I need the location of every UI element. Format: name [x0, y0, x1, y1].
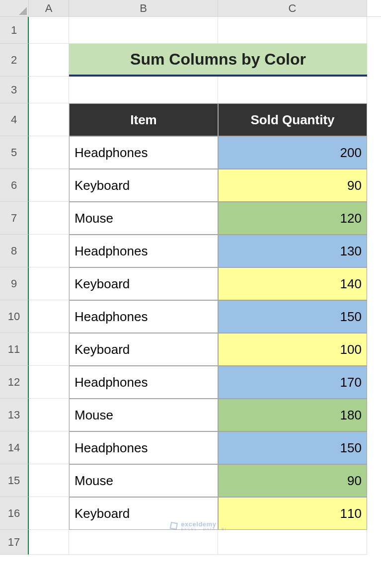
cell-C17[interactable] [218, 530, 367, 555]
cell-qty[interactable]: 180 [218, 399, 367, 431]
cell-A3[interactable] [29, 77, 69, 103]
cell-A11[interactable] [29, 333, 69, 366]
cell-item[interactable]: Headphones [69, 300, 218, 333]
row-header-9[interactable]: 9 [0, 267, 29, 300]
column-header-A[interactable]: A [29, 0, 69, 16]
cell-item[interactable]: Mouse [69, 202, 218, 235]
row-header-6[interactable]: 6 [0, 169, 29, 202]
row-header-12[interactable]: 12 [0, 366, 29, 399]
row-header-8[interactable]: 8 [0, 235, 29, 267]
cell-A10[interactable] [29, 300, 69, 333]
row-header-15[interactable]: 15 [0, 464, 29, 497]
cell-qty[interactable]: 100 [218, 333, 367, 366]
watermark-name: exceldemy [181, 520, 216, 528]
select-all-icon [19, 7, 27, 15]
cell-B3[interactable] [69, 77, 218, 103]
cell-qty[interactable]: 140 [218, 267, 367, 300]
watermark: exceldemy EXCEL · DATA · BI [169, 521, 227, 531]
row-header-11[interactable]: 11 [0, 333, 29, 366]
header-item[interactable]: Item [69, 103, 218, 136]
cell-A6[interactable] [29, 169, 69, 202]
cell-B17[interactable] [69, 530, 218, 555]
cell-qty[interactable]: 90 [218, 464, 367, 497]
svg-marker-0 [19, 7, 27, 15]
cell-item[interactable]: Keyboard [69, 333, 218, 366]
row-header-16[interactable]: 16 [0, 497, 29, 530]
row-header-10[interactable]: 10 [0, 300, 29, 333]
cell-qty[interactable]: 150 [218, 300, 367, 333]
cell-B1[interactable] [69, 17, 218, 44]
cell-A5[interactable] [29, 136, 69, 169]
cell-qty[interactable]: 170 [218, 366, 367, 399]
row-header-2[interactable]: 2 [0, 44, 29, 77]
cell-item[interactable]: Headphones [69, 431, 218, 464]
cell-A17[interactable] [29, 530, 69, 555]
column-header-row: A B C [0, 0, 381, 17]
cell-A13[interactable] [29, 399, 69, 431]
logo-icon [169, 521, 178, 530]
row-header-1[interactable]: 1 [0, 17, 29, 44]
cell-qty[interactable]: 110 [218, 497, 367, 530]
cell-C3[interactable] [218, 77, 367, 103]
cell-qty[interactable]: 130 [218, 235, 367, 267]
cell-A15[interactable] [29, 464, 69, 497]
column-header-C[interactable]: C [218, 0, 367, 16]
row-header-4[interactable]: 4 [0, 103, 29, 136]
cell-A9[interactable] [29, 267, 69, 300]
cell-item[interactable]: Headphones [69, 366, 218, 399]
spreadsheet: A B C 1 2 3 4 5 6 7 8 9 10 11 12 13 14 1… [0, 0, 381, 555]
title-cell[interactable]: Sum Columns by Color [69, 44, 367, 77]
cell-item[interactable]: Keyboard [69, 169, 218, 202]
cell-A4[interactable] [29, 103, 69, 136]
row-headers: 1 2 3 4 5 6 7 8 9 10 11 12 13 14 15 16 1… [0, 17, 29, 555]
cell-A2[interactable] [29, 44, 69, 77]
cell-qty[interactable]: 120 [218, 202, 367, 235]
select-all-corner[interactable] [0, 0, 29, 16]
cell-A1[interactable] [29, 17, 69, 44]
cell-A8[interactable] [29, 235, 69, 267]
row-header-14[interactable]: 14 [0, 431, 29, 464]
cell-qty[interactable]: 90 [218, 169, 367, 202]
cell-item[interactable]: Headphones [69, 136, 218, 169]
cell-item[interactable]: Mouse [69, 399, 218, 431]
column-header-B[interactable]: B [69, 0, 218, 16]
row-header-13[interactable]: 13 [0, 399, 29, 431]
cell-item[interactable]: Keyboard [69, 267, 218, 300]
cell-qty[interactable]: 200 [218, 136, 367, 169]
header-qty[interactable]: Sold Quantity [218, 103, 367, 136]
cell-A12[interactable] [29, 366, 69, 399]
cell-A7[interactable] [29, 202, 69, 235]
cell-item[interactable]: Headphones [69, 235, 218, 267]
row-header-5[interactable]: 5 [0, 136, 29, 169]
svg-rect-2 [171, 523, 177, 529]
cell-item[interactable]: Mouse [69, 464, 218, 497]
cell-C1[interactable] [218, 17, 367, 44]
cell-A14[interactable] [29, 431, 69, 464]
row-header-7[interactable]: 7 [0, 202, 29, 235]
cell-qty[interactable]: 150 [218, 431, 367, 464]
cell-A16[interactable] [29, 497, 69, 530]
watermark-tag: EXCEL · DATA · BI [181, 527, 227, 531]
row-header-3[interactable]: 3 [0, 77, 29, 103]
cell-grid: Sum Columns by Color Item Sold Quantity … [29, 17, 367, 555]
row-header-17[interactable]: 17 [0, 530, 29, 555]
